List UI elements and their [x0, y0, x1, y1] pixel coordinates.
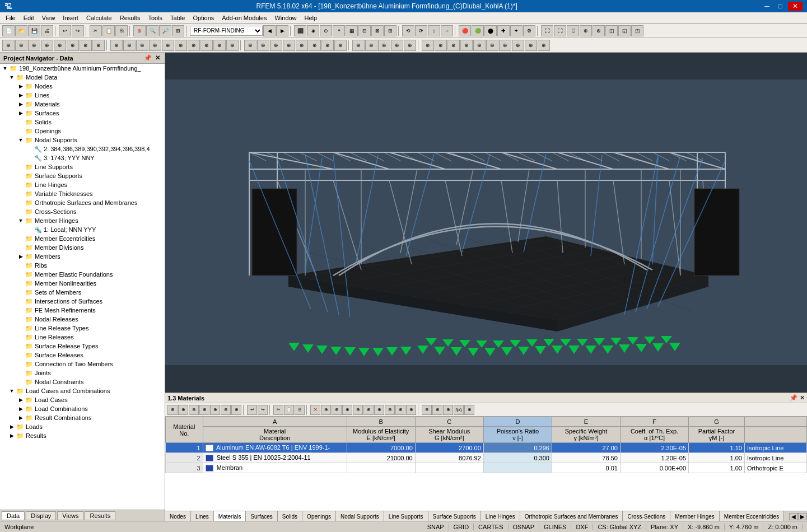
tab-nodes[interactable]: Nodes — [165, 511, 191, 521]
tt-e1[interactable]: ✕ — [310, 405, 320, 415]
tt-f1[interactable]: ⊕ — [422, 405, 432, 415]
root-expander[interactable]: ▼ — [1, 64, 9, 72]
tt-b4[interactable]: ⊕ — [199, 405, 209, 415]
cell-row2-spec-w[interactable]: 78.50 — [552, 453, 620, 463]
tt-f2[interactable]: ⊕ — [432, 405, 442, 415]
tb-c1[interactable]: ⬛ — [294, 25, 306, 36]
menu-item-options[interactable]: Options — [189, 13, 217, 22]
cell-row2-mod-e[interactable]: 21000.00 — [347, 453, 415, 463]
tt-e4[interactable]: ⊕ — [342, 405, 352, 415]
close-btn[interactable]: ✕ — [788, 2, 803, 11]
tree-item-joints[interactable]: ▶ 📁 Joints — [0, 368, 165, 377]
tab-data[interactable]: Data — [2, 511, 25, 520]
tb2-f8[interactable]: ⊕ — [512, 40, 524, 51]
tb-f7[interactable]: ◱ — [618, 25, 631, 36]
tb-print[interactable]: 🖨 — [41, 25, 53, 36]
tree-item-member-divisions[interactable]: ▶ 📁 Member Divisions — [0, 243, 165, 252]
tb-c5[interactable]: ▦ — [346, 25, 358, 36]
tb-c2[interactable]: ◈ — [307, 25, 319, 36]
tt-b7[interactable]: ⊕ — [231, 405, 241, 415]
tb-e2[interactable]: 🟢 — [472, 25, 484, 36]
res-expander[interactable]: ▶ — [8, 432, 16, 440]
tb2-b7[interactable]: ⊕ — [80, 40, 92, 51]
menu-item-results[interactable]: Results — [116, 13, 144, 22]
menu-item-file[interactable]: File — [2, 13, 19, 22]
cell-row3-mod-e[interactable] — [347, 463, 415, 473]
mem-expander[interactable]: ▶ — [17, 253, 25, 260]
tree-item-member-nonlinearities[interactable]: ▶ 📁 Member Nonlinearities — [0, 279, 165, 288]
tree-item-surface-releases[interactable]: ▶ 📁 Surface Releases — [0, 351, 165, 360]
nodes-expander[interactable]: ▶ — [17, 82, 25, 90]
cell-row1-poisson[interactable]: 0.296 — [483, 443, 552, 453]
tb2-d4[interactable]: ⊕ — [283, 40, 295, 51]
tab-member-hinges[interactable]: Member Hinges — [670, 511, 720, 521]
cell-row3-poisson[interactable] — [483, 463, 552, 473]
tree-item-line-supports[interactable]: ▶ 📁 Line Supports — [0, 162, 165, 171]
tree-item-line-release-types[interactable]: ▶ 📁 Line Release Types — [0, 324, 165, 333]
tab-solids[interactable]: Solids — [278, 511, 302, 521]
status-snap[interactable]: SNAP — [423, 524, 449, 530]
tb2-e5[interactable]: ⊕ — [404, 40, 416, 51]
tb-e3[interactable]: ⬤ — [484, 25, 497, 36]
tt-e9[interactable]: ⊕ — [395, 405, 405, 415]
tb2-b8[interactable]: ⊕ — [92, 40, 105, 51]
tree-root[interactable]: ▼ 📁 198_Konzertbühne Aluminium Formfindu… — [0, 64, 165, 73]
tt-d3[interactable]: ⎘ — [295, 405, 305, 415]
tab-openings[interactable]: Openings — [302, 511, 336, 521]
menu-item-help[interactable]: Help — [301, 13, 321, 22]
tb-d4[interactable]: ↔ — [441, 25, 453, 36]
tb2-c2[interactable]: ⊕ — [123, 40, 136, 51]
tree-item-surfaces[interactable]: ▶ 📁 Surfaces — [0, 109, 165, 118]
tab-results[interactable]: Results — [85, 511, 115, 520]
tt-c1[interactable]: ↩ — [247, 405, 257, 415]
tt-e8[interactable]: ⊕ — [385, 405, 395, 415]
tb2-f1[interactable]: ⊕ — [422, 40, 434, 51]
menu-item-window[interactable]: Window — [271, 13, 300, 22]
menu-item-calculate[interactable]: Calculate — [83, 13, 115, 22]
tb2-b3[interactable]: ⊕ — [28, 40, 40, 51]
tree-item-nodal-constraints[interactable]: ▶ 📁 Nodal Constraints — [0, 377, 165, 386]
lines-expander[interactable]: ▶ — [17, 91, 25, 99]
tb-c6[interactable]: ⊟ — [358, 25, 371, 36]
tb-c4[interactable]: ⌖ — [333, 25, 345, 36]
tb-f2[interactable]: ⛶ — [554, 25, 566, 36]
tb2-c10[interactable]: ⊕ — [226, 40, 239, 51]
tt-d1[interactable]: ✂ — [273, 405, 283, 415]
tt-b6[interactable]: ⊕ — [221, 405, 231, 415]
tb-b7[interactable]: ⊞ — [172, 25, 184, 36]
tb-e4[interactable]: ✚ — [497, 25, 510, 36]
table-row[interactable]: 2 Steel S 355 | EN 10025-2:2004-11 21000… — [166, 453, 807, 463]
model-data-expander[interactable]: ▼ — [8, 73, 16, 81]
lcc-expander[interactable]: ▼ — [8, 387, 16, 395]
tree-item-lines[interactable]: ▶ 📁 Lines — [0, 91, 165, 100]
tb2-f3[interactable]: ⊕ — [447, 40, 460, 51]
tree-item-openings[interactable]: ▶ 📁 Openings — [0, 127, 165, 136]
nav-close[interactable]: ✕ — [154, 54, 161, 62]
tb-redo[interactable]: ↪ — [72, 25, 84, 36]
tt-f4[interactable]: f(x) — [454, 405, 464, 415]
tb-b1[interactable]: ✂ — [90, 25, 102, 36]
tb2-c7[interactable]: ⊕ — [188, 40, 200, 51]
tree-item-nodal-releases[interactable]: ▶ 📁 Nodal Releases — [0, 315, 165, 324]
tree-item-nodal-supports[interactable]: ▼ 📁 Nodal Supports — [0, 136, 165, 144]
cell-row2-coeff[interactable]: 1.20E-05 — [620, 453, 688, 463]
tb2-c3[interactable]: ⊕ — [136, 40, 148, 51]
tabs-scroll-right[interactable]: ▶ — [798, 513, 807, 520]
nav-tree[interactable]: ▼ 📁 198_Konzertbühne Aluminium Formfindu… — [0, 64, 165, 510]
tab-nodal-supports[interactable]: Nodal Supports — [336, 511, 384, 521]
tt-c2[interactable]: ↪ — [258, 405, 268, 415]
tb-e5[interactable]: ✦ — [510, 25, 523, 36]
table-scroll[interactable]: MaterialNo. A B C D E F G MaterialDescri… — [165, 417, 807, 511]
tb2-e1[interactable]: ⊕ — [352, 40, 365, 51]
tt-d2[interactable]: 📋 — [284, 405, 294, 415]
tree-item-load-cases[interactable]: ▶ 📁 Load Cases — [0, 395, 165, 404]
tb2-c1[interactable]: ⊕ — [110, 40, 123, 51]
tree-item-load-combinations[interactable]: ▶ 📁 Load Combinations — [0, 404, 165, 413]
tb2-c4[interactable]: ⊕ — [149, 40, 161, 51]
menu-item-tools[interactable]: Tools — [144, 13, 166, 22]
cell-row3-comment[interactable]: Orthotropic E — [744, 463, 806, 473]
cell-row3-desc[interactable]: Membran — [203, 463, 347, 473]
table-row[interactable]: 3 Membran 0.01 0.00E+00 1.00 Orthotr — [166, 463, 807, 473]
tt-e7[interactable]: ⊕ — [374, 405, 384, 415]
tb2-d8[interactable]: ⊕ — [334, 40, 347, 51]
